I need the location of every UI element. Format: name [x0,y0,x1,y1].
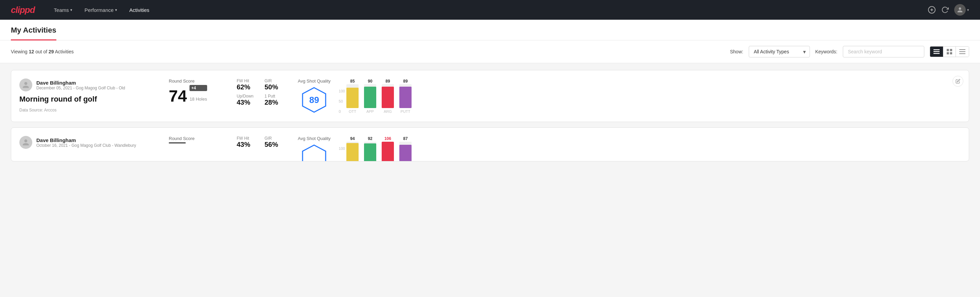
user-avatar [19,78,32,91]
gir-value: 50% [264,83,284,91]
viewing-middle: out of [34,49,49,54]
oneputt-label: 1 Putt [264,94,284,99]
putt-bar-fill [399,87,412,108]
hexagon: 89 [301,86,328,113]
putt-bar-value: 89 [403,79,407,84]
app-bar-group: 90 APP [364,79,376,113]
view-grid-button[interactable] [943,46,956,57]
gir-value-2: 56% [264,141,284,148]
arg-bar-fill [382,87,394,108]
y-50: 50 [339,99,345,103]
svg-rect-8 [947,52,949,55]
score-row: 74 +4 18 Holes [169,85,223,104]
user-avatar-2 [19,136,32,149]
keywords-label: Keywords: [815,49,837,54]
app-bar-container [364,84,376,108]
gir-label-2: GIR [264,136,284,141]
edit-button[interactable] [953,76,963,87]
arg-bar-container [382,84,394,108]
svg-rect-12 [959,53,966,54]
y2-100: 100 [339,147,345,150]
round-score-label: Round Score [169,78,223,84]
activity-title: Morning round of golf [19,95,162,104]
user-info: Dave Billingham December 05, 2021 - Gog … [37,80,125,90]
card-shot-stats: FW Hit 62% GIR 50% Up/Down 43% 1 Putt 28… [230,78,291,106]
nav-activities-label: Activities [129,7,150,13]
arg-bar-fill-2 [382,142,394,162]
ott-bar-group: 85 OTT [346,79,359,113]
nav-item-teams[interactable]: Teams ▾ [49,5,78,16]
fw-hit-value: 62% [237,83,256,91]
page-title: My Activities [11,20,56,40]
hexagon-wrapper-2: Avg Shot Quality [298,136,331,161]
svg-rect-10 [959,49,966,50]
card-user-section: Dave Billingham December 05, 2021 - Gog … [19,78,162,112]
view-list-dense-button[interactable] [930,46,943,57]
app-bar-value: 90 [368,79,372,84]
updown-label: Up/Down [237,94,256,99]
logo[interactable]: clippd [11,5,35,15]
ott-bar-fill [346,88,359,108]
nav-item-performance[interactable]: Performance ▾ [79,5,123,16]
svg-rect-5 [934,53,940,54]
quality-label: Avg Shot Quality [298,78,331,84]
card-round-score-2: Round Score [162,136,230,144]
refresh-button[interactable] [941,6,949,14]
gir-stat-2: GIR 56% [264,136,284,148]
activity-card: Dave Billingham December 05, 2021 - Gog … [11,70,969,122]
quality-label-2: Avg Shot Quality [298,136,331,141]
card-quality-section-2: Avg Shot Quality 100 94 [291,136,961,161]
user-avatar-wrapper[interactable]: ▾ [954,4,969,16]
nav-teams-label: Teams [54,7,69,13]
hexagon-2 [301,144,328,161]
svg-rect-11 [959,51,966,52]
svg-rect-3 [934,49,940,50]
arg-bar-value: 89 [385,79,390,84]
user-name: Dave Billingham [37,80,125,86]
ott-bar-container-2 [346,142,359,162]
gir-label: GIR [264,78,284,83]
add-button[interactable] [928,6,936,14]
nav-item-activities[interactable]: Activities [124,5,155,16]
svg-rect-6 [947,49,949,51]
toolbar: Viewing 12 out of 29 Activities Show: Al… [0,40,980,63]
user-row-2: Dave Billingham October 16, 2021 - Gog M… [19,136,162,149]
fw-hit-label: FW Hit [237,78,256,83]
fw-hit-value-2: 43% [237,141,256,148]
performance-chevron-icon: ▾ [115,8,117,12]
app-bar-container-2 [364,142,376,162]
arg-bar-container-2 [382,142,394,162]
fw-hit-stat-2: FW Hit 43% [237,136,256,148]
bar-chart-2: 100 94 OTT 92 [339,136,954,162]
arg-label: ARG [384,109,392,113]
app-bar-fill [364,87,376,108]
svg-marker-14 [302,145,326,161]
teams-chevron-icon: ▾ [70,8,72,12]
app-bar-fill-2 [364,144,376,161]
activity-type-select-wrapper: All Activity Types [749,46,810,57]
updown-stat: Up/Down 43% [237,94,256,106]
ott-label: OTT [349,109,356,113]
activity-type-select[interactable]: All Activity Types [749,46,810,57]
view-toggle [930,46,969,57]
svg-rect-9 [950,52,953,55]
main-content: Dave Billingham December 05, 2021 - Gog … [0,63,980,174]
card-shot-stats-2: FW Hit 43% GIR 56% [230,136,291,148]
user-avatar [954,4,966,16]
putt-bar-container-2 [399,142,412,162]
putt-bar-value-2: 87 [403,136,407,141]
activity-card-2: Dave Billingham October 16, 2021 - Gog M… [11,128,969,161]
user-name-2: Dave Billingham [37,137,136,143]
oneputt-value: 28% [264,99,284,106]
search-input[interactable] [843,46,924,57]
app-label: APP [366,109,374,113]
user-date-2: October 16, 2021 - Gog Magog Golf Club -… [37,143,136,148]
putt-bar-group: 89 PUTT [399,79,412,113]
ott-bar-fill-2 [346,143,359,161]
arg-bar-value-2: 106 [384,136,391,141]
view-list-button[interactable] [956,46,969,57]
svg-rect-7 [950,49,953,51]
bar-chart: 100 50 0 85 OTT [339,79,954,113]
score-value: 74 [169,88,187,104]
viewing-text: Viewing 12 out of 29 Activities [11,49,725,54]
